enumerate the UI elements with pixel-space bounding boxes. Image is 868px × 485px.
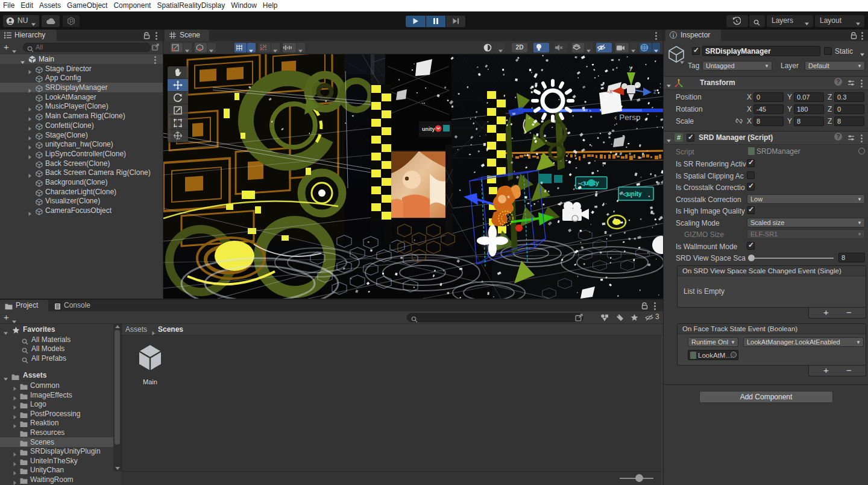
- svg-text:unity: unity: [422, 126, 435, 132]
- svg-text:z: z: [653, 88, 656, 95]
- svg-text:◁unity: ◁unity: [622, 191, 642, 197]
- svg-text:‹ Persp: ‹ Persp: [614, 113, 641, 122]
